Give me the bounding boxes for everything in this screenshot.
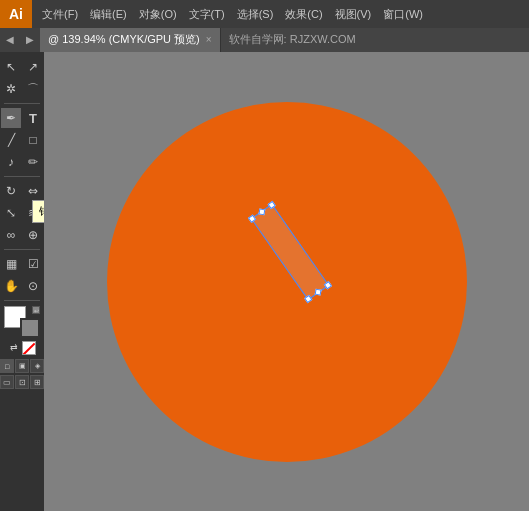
lasso-icon: ⌒ [27, 83, 39, 95]
rect-icon: □ [29, 134, 36, 146]
graph-tools-row: ▦ ☑ [0, 253, 44, 275]
hand-tools-row: ✋ ⊙ [0, 275, 44, 297]
color-mode-row: ⇄ [0, 341, 44, 355]
none-color-icon[interactable] [22, 341, 36, 355]
separator-2 [4, 176, 40, 177]
direct-selection-icon: ↗ [28, 61, 38, 73]
fullscreen-mode-btn[interactable]: ⊞ [30, 375, 44, 389]
brush-tools-row: ♪ ✏ [0, 151, 44, 173]
zoom-tool[interactable]: ⊙ [23, 276, 43, 296]
eyedropper-icon: ☑ [28, 258, 39, 270]
screen-mode-row: ▭ ⊡ ⊞ [0, 375, 44, 389]
selection-tool[interactable]: ↖ [1, 57, 21, 77]
lasso-tool[interactable]: ⌒ [23, 79, 43, 99]
tab-title: @ 139.94% (CMYK/GPU 预览) [48, 32, 200, 47]
line-icon: ╱ [8, 134, 15, 146]
menu-file[interactable]: 文件(F) [36, 5, 84, 24]
line-tool[interactable]: ╱ [1, 130, 21, 150]
zoom-icon: ⊙ [28, 280, 38, 292]
color-boxes: ↩ [4, 306, 40, 338]
reset-colors-icon[interactable]: ↩ [32, 306, 40, 314]
pen-tool[interactable]: ✒ [1, 108, 21, 128]
direct-selection-tool[interactable]: ↗ [23, 57, 43, 77]
toolbar: ↖ ↗ ✲ ⌒ ✒ T ╱ [0, 52, 44, 511]
blend-icon: ∞ [7, 229, 16, 241]
pen-tools-row: ✒ T [0, 107, 44, 129]
symbol-icon: ⊕ [28, 229, 38, 241]
warp-icon: ≋ [28, 207, 38, 219]
pencil-tool[interactable]: ✏ [23, 152, 43, 172]
pencil-icon: ✏ [28, 156, 38, 168]
tab-bar: ◀ ▶ @ 139.94% (CMYK/GPU 预览) × 软件自学网: RJZ… [0, 28, 529, 52]
stroke-color-box[interactable] [20, 318, 40, 338]
warp-tool[interactable]: ≋ [23, 203, 43, 223]
tab-close-btn[interactable]: × [206, 34, 212, 45]
anchor-bottom [314, 288, 321, 295]
eyedropper-tool[interactable]: ☑ [23, 254, 43, 274]
rotate-tools-row: ↻ ⇔ [0, 180, 44, 202]
lasso-tools-row: ✲ ⌒ [0, 78, 44, 100]
reflect-icon: ⇔ [28, 185, 38, 197]
menu-edit[interactable]: 编辑(E) [84, 5, 133, 24]
canvas-area [44, 52, 529, 511]
rect-tool[interactable]: □ [23, 130, 43, 150]
menu-effect[interactable]: 效果(C) [279, 5, 328, 24]
behind-draw-mode[interactable]: ◈ [30, 359, 44, 373]
type-tool[interactable]: T [23, 108, 43, 128]
selection-tools-row: ↖ ↗ [0, 56, 44, 78]
magic-wand-tool[interactable]: ✲ [1, 79, 21, 99]
active-tab[interactable]: @ 139.94% (CMYK/GPU 预览) × [40, 28, 221, 52]
type-icon: T [29, 112, 37, 125]
menu-type[interactable]: 文字(T) [183, 5, 231, 24]
reflect-tool[interactable]: ⇔ [23, 181, 43, 201]
menu-view[interactable]: 视图(V) [329, 5, 378, 24]
draw-mode-row: □ ▣ ◈ [0, 359, 44, 373]
tab-scroll-right[interactable]: ▶ [20, 28, 40, 52]
scale-icon: ⤡ [6, 207, 16, 219]
hand-icon: ✋ [4, 280, 19, 292]
anchor-top [258, 208, 265, 215]
brush-icon: ♪ [8, 156, 14, 168]
scale-tools-row: ⤡ ≋ [0, 202, 44, 224]
separator-3 [4, 249, 40, 250]
normal-draw-mode[interactable]: □ [0, 359, 14, 373]
inside-draw-mode[interactable]: ▣ [15, 359, 29, 373]
symbol-tool[interactable]: ⊕ [23, 225, 43, 245]
separator-4 [4, 300, 40, 301]
title-bar: Ai 文件(F) 编辑(E) 对象(O) 文字(T) 选择(S) 效果(C) 视… [0, 0, 529, 28]
selection-icon: ↖ [6, 61, 16, 73]
rotate-tool[interactable]: ↻ [1, 181, 21, 201]
screen-mode-btn[interactable]: ▭ [0, 375, 14, 389]
column-graph-tool[interactable]: ▦ [1, 254, 21, 274]
swap-colors-icon[interactable]: ⇄ [8, 341, 20, 353]
tab-right-area: 软件自学网: RJZXW.COM [221, 28, 529, 52]
scale-tool[interactable]: ⤡ [1, 203, 21, 223]
ai-logo: Ai [0, 0, 32, 28]
blend-tools-row: ∞ ⊕ [0, 224, 44, 246]
brush-tool[interactable]: ♪ [1, 152, 21, 172]
orange-circle [107, 102, 467, 462]
tab-scroll-left[interactable]: ◀ [0, 28, 20, 52]
line-tools-row: ╱ □ [0, 129, 44, 151]
menu-window[interactable]: 窗口(W) [377, 5, 429, 24]
separator-1 [4, 103, 40, 104]
menu-select[interactable]: 选择(S) [231, 5, 280, 24]
main-area: ↖ ↗ ✲ ⌒ ✒ T ╱ [0, 52, 529, 511]
blend-tool[interactable]: ∞ [1, 225, 21, 245]
menu-object[interactable]: 对象(O) [133, 5, 183, 24]
menu-bar: 文件(F) 编辑(E) 对象(O) 文字(T) 选择(S) 效果(C) 视图(V… [32, 0, 529, 28]
website-label: 软件自学网: RJZXW.COM [229, 32, 356, 47]
magic-wand-icon: ✲ [6, 83, 16, 95]
rotate-icon: ↻ [6, 185, 16, 197]
hand-tool[interactable]: ✋ [1, 276, 21, 296]
draw-mode-buttons: □ ▣ ◈ ▭ ⊡ ⊞ [0, 359, 44, 389]
column-graph-icon: ▦ [6, 258, 17, 270]
presentation-mode-btn[interactable]: ⊡ [15, 375, 29, 389]
pen-icon: ✒ [6, 112, 16, 124]
